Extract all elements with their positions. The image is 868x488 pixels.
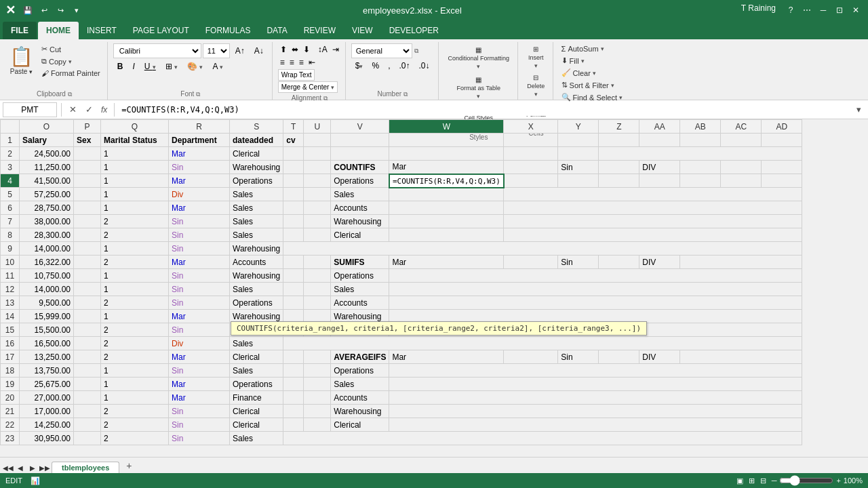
expand-formula-button[interactable]: ▾ bbox=[852, 103, 865, 117]
cell-V20[interactable]: Accounts bbox=[331, 391, 389, 405]
row-header-5[interactable]: 5 bbox=[1, 188, 20, 201]
cell-W2[interactable] bbox=[389, 147, 504, 161]
border-button[interactable]: ⊞ ▾ bbox=[161, 60, 182, 73]
cell-T4[interactable] bbox=[283, 174, 304, 188]
cell-O2[interactable]: 24,500.00 bbox=[20, 147, 74, 161]
tab-developer[interactable]: DEVELOPER bbox=[381, 22, 447, 39]
cell-S22[interactable]: Clerical bbox=[230, 418, 283, 432]
cell-P6[interactable] bbox=[74, 201, 101, 215]
cell-P14[interactable] bbox=[74, 310, 101, 323]
cell-P8[interactable] bbox=[74, 228, 101, 242]
cell-Q17[interactable]: 2 bbox=[101, 350, 169, 364]
cell-V13[interactable]: Accounts bbox=[331, 296, 389, 310]
cell-R20[interactable]: Mar bbox=[169, 391, 230, 405]
cell-U20[interactable] bbox=[304, 391, 331, 405]
cell-R1[interactable]: Department bbox=[169, 134, 230, 147]
cell-U2[interactable] bbox=[304, 147, 331, 161]
underline-button[interactable]: U ▾ bbox=[140, 60, 160, 73]
cell-S2[interactable]: Clerical bbox=[230, 147, 283, 161]
cell-V4[interactable]: Operations bbox=[331, 174, 389, 188]
row-header-3[interactable]: 3 bbox=[1, 161, 20, 174]
cell-O7[interactable]: 38,000.00 bbox=[20, 215, 74, 228]
delete-cells-button[interactable]: ⊟ Delete ▾ bbox=[524, 72, 549, 100]
find-select-button[interactable]: 🔍 Find & Select ▾ bbox=[559, 92, 625, 103]
cell-O18[interactable]: 13,750.00 bbox=[20, 364, 74, 378]
scroll-next-tab-button[interactable]: ▶ bbox=[27, 462, 38, 473]
cell-P20[interactable] bbox=[74, 391, 101, 405]
insert-cells-button[interactable]: ⊞ Insert ▾ bbox=[524, 43, 549, 71]
grid-wrapper[interactable]: O P Q R S T U V W X Y Z AA AB AC bbox=[0, 119, 868, 457]
cell-X1[interactable] bbox=[504, 134, 558, 147]
undo-qa-button[interactable]: ↩ bbox=[37, 3, 51, 17]
format-as-table-button[interactable]: ▦ Format as Table ▾ bbox=[444, 73, 514, 102]
align-middle-button[interactable]: ⬌ bbox=[290, 43, 300, 56]
zoom-slider[interactable] bbox=[779, 475, 833, 486]
increase-font-button[interactable]: A↑ bbox=[231, 44, 249, 58]
cell-AC3[interactable] bbox=[721, 161, 762, 174]
cell-V17[interactable]: AVERAGEIFS bbox=[331, 350, 389, 364]
col-header-AC[interactable]: AC bbox=[721, 120, 762, 134]
cell-U11[interactable] bbox=[304, 269, 331, 283]
autosum-button[interactable]: Σ AutoSum ▾ bbox=[559, 43, 625, 54]
cell-Q11[interactable]: 1 bbox=[101, 269, 169, 283]
cell-O22[interactable]: 14,250.00 bbox=[20, 418, 74, 432]
accounting-format-button[interactable]: $▾ bbox=[351, 59, 368, 73]
cancel-formula-button[interactable]: ✕ bbox=[66, 103, 79, 117]
redo-qa-button[interactable]: ↪ bbox=[54, 3, 67, 17]
scroll-last-tab-button[interactable]: ▶▶ bbox=[39, 462, 50, 473]
cell-P17[interactable] bbox=[74, 350, 101, 364]
tab-file[interactable]: FILE bbox=[3, 22, 37, 39]
cell-AD4[interactable] bbox=[762, 174, 802, 188]
cell-T18[interactable] bbox=[283, 364, 304, 378]
cell-Q15[interactable]: 2 bbox=[101, 323, 169, 337]
fill-button[interactable]: ⬇ Fill ▾ bbox=[559, 55, 625, 66]
tab-review[interactable]: REVIEW bbox=[296, 22, 344, 39]
name-box[interactable] bbox=[3, 102, 57, 117]
cell-U4[interactable] bbox=[304, 174, 331, 188]
zoom-in-button[interactable]: + bbox=[836, 476, 840, 485]
cell-O10[interactable]: 16,322.00 bbox=[20, 256, 74, 269]
cell-R5[interactable]: Div bbox=[169, 188, 230, 201]
row-header-22[interactable]: 22 bbox=[1, 418, 20, 432]
row-header-16[interactable]: 16 bbox=[1, 337, 20, 350]
cut-button[interactable]: ✂ Cut bbox=[39, 43, 103, 55]
cell-V10[interactable]: SUMIFS bbox=[331, 256, 389, 269]
restore-button[interactable]: ⊡ bbox=[833, 3, 846, 17]
cell-Y1[interactable] bbox=[558, 134, 599, 147]
tab-formulas[interactable]: FORMULAS bbox=[197, 22, 259, 39]
confirm-formula-button[interactable]: ✓ bbox=[82, 103, 96, 117]
cell-X4[interactable] bbox=[504, 174, 558, 188]
cell-R17[interactable]: Mar bbox=[169, 350, 230, 364]
cell-T20[interactable] bbox=[283, 391, 304, 405]
decrease-font-button[interactable]: A↓ bbox=[250, 44, 268, 58]
font-name-select[interactable]: Calibri bbox=[113, 43, 201, 58]
cell-V6[interactable]: Accounts bbox=[331, 201, 389, 215]
cell-Q12[interactable]: 1 bbox=[101, 283, 169, 296]
cell-R14[interactable]: Mar bbox=[169, 310, 230, 323]
minimize-button[interactable]: ─ bbox=[816, 3, 830, 17]
cell-O17[interactable]: 13,250.00 bbox=[20, 350, 74, 364]
cell-W8[interactable] bbox=[389, 228, 504, 242]
cell-AA1[interactable] bbox=[639, 134, 680, 147]
scroll-first-tab-button[interactable]: ◀◀ bbox=[3, 462, 14, 473]
cell-O6[interactable]: 28,750.00 bbox=[20, 201, 74, 215]
cell-R23[interactable]: Sin bbox=[169, 432, 230, 445]
increase-decimal-button[interactable]: .0↑ bbox=[395, 59, 414, 73]
col-header-S[interactable]: S bbox=[230, 120, 283, 134]
sheet-tab-tblemployees[interactable]: tblemployees bbox=[52, 462, 119, 473]
cell-U3[interactable] bbox=[304, 161, 331, 174]
row-header-1[interactable]: 1 bbox=[1, 134, 20, 147]
row-header-10[interactable]: 10 bbox=[1, 256, 20, 269]
cell-U18[interactable] bbox=[304, 364, 331, 378]
col-header-Y[interactable]: Y bbox=[558, 120, 599, 134]
cell-AA3[interactable]: DIV bbox=[639, 161, 680, 174]
cell-Y10[interactable]: Sin bbox=[558, 256, 599, 269]
cell-S4[interactable]: Operations bbox=[230, 174, 283, 188]
cell-W3[interactable]: Mar bbox=[389, 161, 504, 174]
cell-U7[interactable] bbox=[304, 215, 331, 228]
cell-R2[interactable]: Mar bbox=[169, 147, 230, 161]
cell-R8[interactable]: Sin bbox=[169, 228, 230, 242]
cell-R19[interactable]: Mar bbox=[169, 378, 230, 391]
percent-button[interactable]: % bbox=[368, 59, 383, 73]
text-direction-button[interactable]: ↕A bbox=[316, 43, 330, 56]
